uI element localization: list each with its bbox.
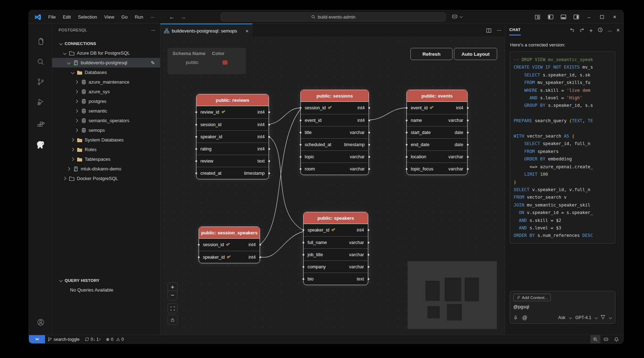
diagram-minimap[interactable]: [408, 261, 497, 329]
tree-item-semantic[interactable]: semantic: [52, 106, 160, 116]
source-control-icon[interactable]: [29, 73, 52, 90]
split-editor-icon[interactable]: [486, 28, 491, 33]
mention-icon[interactable]: @: [522, 315, 527, 320]
auto-layout-button[interactable]: Auto Layout: [454, 48, 497, 60]
query-history-section[interactable]: QUERY HISTORY: [52, 275, 160, 285]
table-column-end_date[interactable]: end_datedate: [407, 138, 467, 150]
chat-tab[interactable]: CHAT: [509, 28, 521, 33]
table-column-speaker_id[interactable]: speaker_idint4: [304, 224, 368, 236]
refresh-button[interactable]: Refresh: [410, 48, 453, 60]
tree-item-system-databases[interactable]: System Databases: [52, 135, 160, 145]
sidebar-more-actions[interactable]: ···: [151, 27, 155, 33]
tree-item-semops[interactable]: semops: [52, 125, 160, 135]
tree-item-roles[interactable]: Roles: [52, 145, 160, 154]
add-context-button[interactable]: Add Context...: [513, 294, 551, 301]
table-column-event_id[interactable]: event_idint4: [301, 114, 369, 126]
tree-item-databases[interactable]: Databases: [52, 68, 160, 77]
er-table-sessions[interactable]: public: sessionssession_idint4event_idin…: [300, 90, 369, 175]
copilot-menu[interactable]: [451, 13, 463, 20]
more-icon[interactable]: ···: [608, 28, 612, 34]
tree-item-postgres[interactable]: postgres: [52, 96, 160, 106]
table-column-speaker_id[interactable]: speaker_idint4: [199, 251, 260, 263]
er-table-speakers[interactable]: public: speakersspeaker_idint4full_namev…: [303, 212, 368, 285]
tree-item-semantic-operators[interactable]: semantic_operators: [52, 116, 160, 125]
er-table-events[interactable]: public: eventsevent_idint4namevarcharsta…: [406, 90, 468, 175]
microphone-icon[interactable]: [513, 315, 518, 320]
table-column-scheduled_at[interactable]: scheduled_attimestamp: [301, 138, 369, 150]
menu-selection[interactable]: Selection: [74, 13, 100, 21]
tree-item-azure-sys[interactable]: azure_sys: [52, 87, 160, 96]
run-debug-icon[interactable]: [29, 93, 52, 110]
zoom-out-button[interactable]: −: [168, 290, 178, 300]
schema-color-swatch[interactable]: [223, 60, 228, 65]
new-chat-icon[interactable]: +: [589, 28, 593, 34]
copilot-status-button[interactable]: [600, 335, 611, 343]
maximize-button[interactable]: [595, 10, 608, 24]
table-column-session_id[interactable]: session_idint4: [301, 102, 369, 114]
table-header[interactable]: public: events: [407, 90, 467, 102]
sql-code-block[interactable]: -- DROP VIEW mv_semantic_speakCREATE VIE…: [510, 51, 615, 244]
tree-item-tablespaces[interactable]: Tablespaces: [52, 154, 160, 164]
menu-view[interactable]: View: [101, 13, 118, 21]
menu-more[interactable]: ···: [147, 13, 158, 21]
table-header[interactable]: public: session_speakers: [199, 227, 260, 239]
schema-row-public[interactable]: public: [173, 60, 241, 65]
table-column-start_date[interactable]: start_datedate: [407, 126, 467, 138]
model-selector[interactable]: GPT-4.1: [575, 315, 591, 320]
zoom-status-button[interactable]: [590, 335, 600, 343]
table-column-speaker_id[interactable]: speaker_idint4: [196, 130, 269, 143]
notifications-button[interactable]: [611, 335, 623, 343]
lock-button[interactable]: [168, 315, 178, 325]
close-button[interactable]: ×: [608, 10, 621, 24]
fit-view-button[interactable]: [168, 303, 178, 313]
table-column-session_id[interactable]: session_idint4: [199, 239, 260, 251]
account-icon[interactable]: [29, 314, 52, 331]
table-column-full_name[interactable]: full_namevarchar: [304, 236, 368, 248]
table-column-review[interactable]: reviewtext: [196, 155, 269, 167]
tab-er-diagram[interactable]: buildevents-postgresql: semops ×: [160, 24, 253, 37]
toggle-panel-button[interactable]: [557, 10, 570, 24]
send-button[interactable]: ▷: [600, 315, 606, 319]
edit-pencil-icon[interactable]: ✎: [151, 60, 155, 66]
problems-status[interactable]: ⊗ 0 ⚠ 0: [103, 335, 126, 343]
table-column-bio[interactable]: biotext: [304, 273, 368, 285]
extensions-icon[interactable]: [29, 116, 52, 133]
chat-input-value[interactable]: @pgsql: [513, 304, 612, 309]
table-column-event_id[interactable]: event_idint4: [407, 102, 467, 114]
schema-legend-panel[interactable]: Schema Name Color public: [168, 48, 246, 74]
remote-indicator[interactable]: ><: [29, 335, 45, 343]
back-button[interactable]: ←: [169, 14, 175, 20]
tab-close-icon[interactable]: ×: [245, 28, 249, 34]
tree-item-buildevents-postgresql[interactable]: buildevents-postgresql✎: [52, 58, 160, 68]
er-table-session_speakers[interactable]: public: session_speakerssession_idint4sp…: [199, 227, 260, 263]
table-column-topic[interactable]: topicvarchar: [301, 150, 369, 163]
tree-item-mluk-diskann-demo[interactable]: mluk-diskann-demo: [52, 164, 160, 174]
table-column-created_at[interactable]: created_attimestamp: [196, 167, 269, 179]
table-column-title[interactable]: titlevarchar: [301, 126, 369, 138]
search-icon[interactable]: [29, 53, 52, 70]
customize-layout-button[interactable]: [531, 10, 544, 24]
table-column-name[interactable]: namevarchar: [407, 114, 467, 126]
er-table-reviews[interactable]: public: reviewsreview_idint4session_idin…: [196, 94, 269, 179]
undo-icon[interactable]: [569, 27, 575, 34]
forward-button[interactable]: →: [180, 14, 186, 20]
menu-edit[interactable]: Edit: [59, 13, 74, 21]
table-column-rating[interactable]: ratingint4: [196, 143, 269, 155]
tree-item-azure-db-for-postgresql[interactable]: Azure DB for PostgreSQL: [52, 48, 160, 58]
toggle-secondary-sidebar-button[interactable]: [570, 10, 583, 24]
minimize-button[interactable]: –: [583, 10, 595, 24]
redo-icon[interactable]: [579, 27, 585, 34]
er-diagram-canvas[interactable]: public: reviewsreview_idint4session_idin…: [160, 37, 505, 335]
close-icon[interactable]: ×: [616, 27, 620, 34]
sync-status[interactable]: 0↓ 1↑: [82, 335, 104, 343]
table-column-room[interactable]: roomvarchar: [301, 163, 369, 175]
table-header[interactable]: public: speakers: [304, 212, 368, 224]
toggle-primary-sidebar-button[interactable]: [544, 10, 557, 24]
branch-status[interactable]: search-toggle: [45, 335, 82, 343]
tree-section-connections[interactable]: CONNECTIONS: [52, 39, 160, 48]
menu-run[interactable]: Run: [131, 13, 147, 21]
menu-file[interactable]: File: [45, 13, 59, 21]
explorer-icon[interactable]: [29, 33, 52, 50]
table-column-job_title[interactable]: job_titlevarchar: [304, 248, 368, 260]
table-column-location[interactable]: locationvarchar: [407, 150, 467, 163]
